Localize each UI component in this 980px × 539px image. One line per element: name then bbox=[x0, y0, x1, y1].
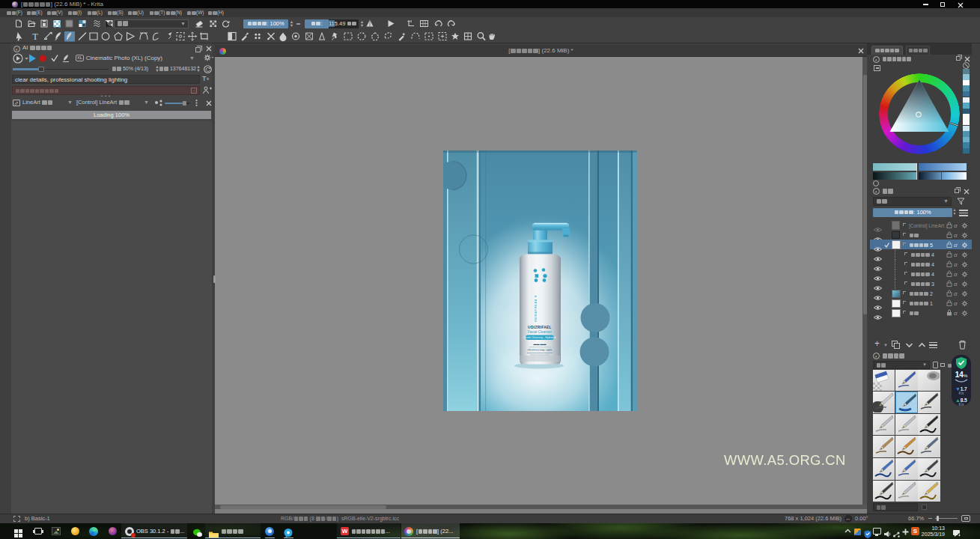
svg-text:Gentle Cleansing - Hydration: Gentle Cleansing - Hydration bbox=[523, 336, 556, 339]
svg-text:HSIRAFREAB S: HSIRAFREAB S bbox=[535, 294, 538, 321]
svg-text:PROFESSIONAL CARE: PROFESSIONAL CARE bbox=[528, 348, 552, 351]
svg-text:UDIZRIFAEL: UDIZRIFAEL bbox=[528, 325, 552, 329]
svg-text:Facial Cleanser: Facial Cleanser bbox=[528, 330, 552, 334]
svg-text:T: T bbox=[32, 31, 38, 42]
svg-text:▬▬ ▬▬: ▬▬ ▬▬ bbox=[533, 342, 546, 346]
